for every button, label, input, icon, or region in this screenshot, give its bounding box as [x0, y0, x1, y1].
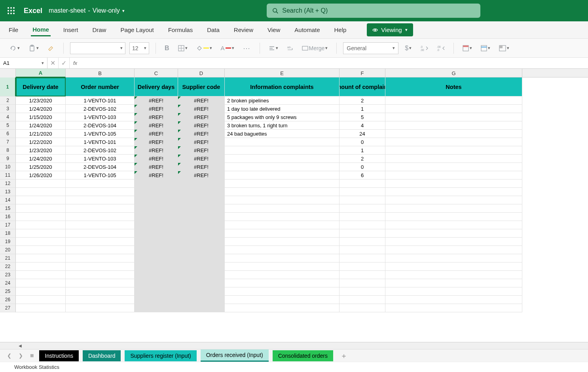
cell-D20[interactable] — [178, 246, 225, 254]
cell-B24[interactable] — [66, 279, 135, 287]
cell-F17[interactable] — [340, 221, 385, 229]
cell-E2[interactable]: 2 broken pipelines — [225, 96, 340, 105]
row-header-12[interactable]: 12 — [0, 179, 16, 188]
header-cell-D[interactable]: Supplier code — [178, 77, 225, 96]
cell-A25[interactable] — [16, 287, 66, 296]
cell-G17[interactable] — [385, 221, 522, 229]
cell-D16[interactable] — [178, 213, 225, 221]
cell-A5[interactable]: 1/24/2020 — [16, 121, 66, 130]
cell-D13[interactable] — [178, 188, 225, 196]
cell-G26[interactable] — [385, 296, 522, 304]
cell-G27[interactable] — [385, 304, 522, 312]
cell-B14[interactable] — [66, 196, 135, 204]
cell-F7[interactable]: 0 — [340, 138, 385, 146]
cell-C26[interactable] — [135, 296, 178, 304]
cell-C14[interactable] — [135, 196, 178, 204]
cell-A15[interactable] — [16, 204, 66, 213]
cell-C25[interactable] — [135, 287, 178, 296]
tab-formulas[interactable]: Formulas — [167, 24, 195, 36]
cell-A22[interactable] — [16, 262, 66, 271]
cell-D26[interactable] — [178, 296, 225, 304]
align-button[interactable]: ▾ — [266, 43, 281, 53]
cell-D12[interactable] — [178, 179, 225, 188]
cell-C8[interactable]: #REF! — [135, 146, 178, 155]
cell-C7[interactable]: #REF! — [135, 138, 178, 146]
cell-E8[interactable] — [225, 146, 340, 155]
font-color-button[interactable]: A▾ — [218, 43, 237, 53]
cell-F15[interactable] — [340, 204, 385, 213]
cell-C11[interactable]: #REF! — [135, 171, 178, 179]
row-header-2[interactable]: 2 — [0, 96, 16, 105]
cell-B13[interactable] — [66, 188, 135, 196]
cell-A4[interactable]: 1/15/2020 — [16, 113, 66, 121]
row-header-15[interactable]: 15 — [0, 204, 16, 213]
font-size-select[interactable]: 12▾ — [129, 42, 149, 54]
cell-A2[interactable]: 1/23/2020 — [16, 96, 66, 105]
cell-D2[interactable]: #REF! — [178, 96, 225, 105]
cell-E20[interactable] — [225, 246, 340, 254]
cell-E23[interactable] — [225, 271, 340, 279]
cell-A7[interactable]: 1/22/2020 — [16, 138, 66, 146]
cell-F3[interactable]: 1 — [340, 105, 385, 113]
cell-A14[interactable] — [16, 196, 66, 204]
tab-review[interactable]: Review — [232, 24, 255, 36]
sheet-tab-orders[interactable]: Orders received (Input) — [201, 349, 269, 362]
cell-F4[interactable]: 5 — [340, 113, 385, 121]
cell-F23[interactable] — [340, 271, 385, 279]
cell-F2[interactable]: 2 — [340, 96, 385, 105]
cell-B22[interactable] — [66, 262, 135, 271]
cell-A3[interactable]: 1/24/2020 — [16, 105, 66, 113]
cell-E18[interactable] — [225, 229, 340, 238]
paste-button[interactable]: ▾ — [26, 43, 41, 53]
cell-E9[interactable] — [225, 155, 340, 163]
cell-D3[interactable]: #REF! — [178, 105, 225, 113]
cell-B20[interactable] — [66, 246, 135, 254]
cell-G5[interactable] — [385, 121, 522, 130]
sheet-nav-prev[interactable]: ❮ — [6, 353, 13, 359]
cell-E5[interactable]: 3 broken turns, 1 right turn — [225, 121, 340, 130]
cell-F20[interactable] — [340, 246, 385, 254]
cell-A21[interactable] — [16, 254, 66, 262]
cell-D15[interactable] — [178, 204, 225, 213]
cell-A9[interactable]: 1/24/2020 — [16, 155, 66, 163]
cell-G8[interactable] — [385, 146, 522, 155]
col-header-D[interactable]: D — [178, 69, 225, 77]
cell-E26[interactable] — [225, 296, 340, 304]
cell-A18[interactable] — [16, 229, 66, 238]
cell-C3[interactable]: #REF! — [135, 105, 178, 113]
cell-B9[interactable]: 1-VENTO-103 — [66, 155, 135, 163]
cell-G21[interactable] — [385, 254, 522, 262]
cell-E22[interactable] — [225, 262, 340, 271]
cell-G6[interactable] — [385, 130, 522, 138]
cell-E3[interactable]: 1 day too late delivered — [225, 105, 340, 113]
header-cell-C[interactable]: Delivery days — [135, 77, 178, 96]
wrap-text-button[interactable]: ab — [285, 43, 296, 53]
row-header-19[interactable]: 19 — [0, 238, 16, 246]
cell-A23[interactable] — [16, 271, 66, 279]
number-format-select[interactable]: General▾ — [343, 42, 398, 54]
cell-D21[interactable] — [178, 254, 225, 262]
row-header-17[interactable]: 17 — [0, 221, 16, 229]
cell-G22[interactable] — [385, 262, 522, 271]
cell-B17[interactable] — [66, 221, 135, 229]
cell-G16[interactable] — [385, 213, 522, 221]
cell-C27[interactable] — [135, 304, 178, 312]
confirm-formula-icon[interactable]: ✓ — [59, 58, 70, 68]
increase-decimal-button[interactable]: .0.00 — [418, 43, 431, 53]
row-header-25[interactable]: 25 — [0, 287, 16, 296]
row-header-18[interactable]: 18 — [0, 229, 16, 238]
cell-G4[interactable] — [385, 113, 522, 121]
cell-A13[interactable] — [16, 188, 66, 196]
tab-insert[interactable]: Insert — [62, 24, 80, 36]
cell-E12[interactable] — [225, 179, 340, 188]
sheet-tab-suppliers[interactable]: Suppliers register (Input) — [125, 350, 196, 361]
cell-B25[interactable] — [66, 287, 135, 296]
cell-F19[interactable] — [340, 238, 385, 246]
cell-F9[interactable]: 2 — [340, 155, 385, 163]
header-cell-B[interactable]: Order number — [66, 77, 135, 96]
font-family-select[interactable]: ▾ — [70, 42, 125, 54]
cell-B10[interactable]: 2-DEVOS-104 — [66, 163, 135, 171]
cell-C18[interactable] — [135, 229, 178, 238]
cell-F22[interactable] — [340, 262, 385, 271]
conditional-format-button[interactable]: ▾ — [460, 43, 474, 53]
